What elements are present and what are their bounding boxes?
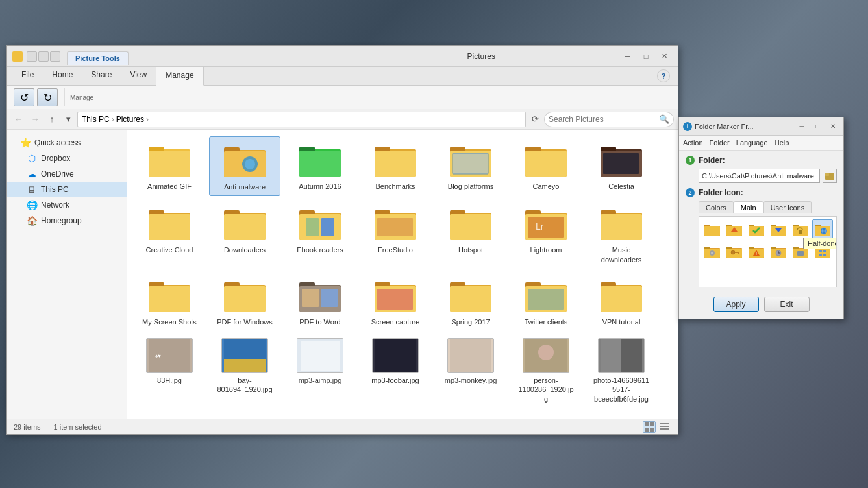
dialog-menu-action[interactable]: Action [683,137,703,149]
search-box[interactable]: 🔍 [544,112,674,127]
folder-twitter-clients[interactable]: Twitter clients [510,272,582,330]
svg-rect-93 [660,423,669,424]
tab-manage[interactable]: Manage [156,67,203,86]
ribbon-rotate-left[interactable]: ↺ [14,88,34,106]
minimize-button[interactable]: ─ [619,51,636,62]
ribbon-rotate-right[interactable]: ↻ [37,88,58,106]
tab-user-icons[interactable]: User Icons [763,201,812,214]
dialog-menu-help[interactable]: Help [775,137,789,149]
tab-share[interactable]: Share [82,67,121,85]
folder-downloaders[interactable]: Downloaders [209,200,280,268]
dialog-title-bar: i Folder Marker Fr... ─ □ ✕ [679,117,843,136]
browse-button[interactable] [823,169,837,183]
path-this-pc[interactable]: This PC [82,115,110,124]
tab-main[interactable]: Main [734,201,763,214]
folder-freestudio[interactable]: FreeStudio [360,200,431,268]
dialog-close-button[interactable]: ✕ [826,121,839,132]
file-photo[interactable]: photo-146609611 5517-bceecbfb6fde.jpg [586,334,657,408]
dialog-minimize-button[interactable]: ─ [795,121,808,132]
sidebar-item-quick-access[interactable]: ⭐ Quick access [7,135,127,151]
dialog-restore-button[interactable]: □ [811,121,824,132]
exit-button[interactable]: Exit [764,297,810,312]
icon-folder-clock[interactable] [768,241,789,262]
folder-blog-platforms[interactable]: Blog platforms [435,136,506,196]
folder-autumn-2016[interactable]: Autumn 2016 [284,136,356,196]
quick-access-toolbar-btn1[interactable] [27,51,37,62]
folder-lightroom[interactable]: Lr Lightroom [510,200,582,268]
details-view-button[interactable] [658,421,671,433]
folder-animated-gif[interactable]: Animated GIF [134,136,205,196]
recent-locations-button[interactable]: ▾ [62,113,75,126]
apply-button[interactable]: Apply [713,297,759,312]
path-pictures[interactable]: Pictures [116,115,144,124]
dialog-menu-language[interactable]: Language [736,137,768,149]
tab-view[interactable]: View [121,67,156,85]
icon-folder-orange[interactable] [702,219,723,240]
folder-celestia[interactable]: Celestia [586,136,657,196]
folder-benchmarks[interactable]: Benchmarks [360,136,431,196]
icon-folder-check[interactable] [746,219,767,240]
folder-icon-freestudio [372,204,419,243]
medium-icons-view-button[interactable] [643,421,656,433]
icon-folder-warning[interactable]: ! [746,241,767,262]
folder-pdf-for-windows[interactable]: PDF for Windows [209,272,280,330]
svg-rect-2 [149,151,190,177]
quick-access-toolbar-btn2[interactable] [38,51,49,62]
context-tab-picture-tools[interactable]: Picture Tools [67,51,129,65]
tab-home[interactable]: Home [43,67,82,85]
sidebar-item-this-pc[interactable]: 🖥 This PC [7,182,127,197]
folder-label: PDF for Windows [217,317,273,326]
file-mp3-aimp[interactable]: mp3-aimp.jpg [284,334,356,408]
folder-icon-spring-2017 [447,276,494,315]
folder-cameyo[interactable]: Cameyo [510,136,582,196]
folder-vpn-tutorial[interactable]: VPN tutorial [586,272,657,330]
forward-button[interactable]: → [28,112,42,127]
file-mp3-monkey[interactable]: mp3-monkey.jpg [435,334,506,408]
folder-icon-section-label: Folder Icon: [699,188,743,197]
sidebar-item-dropbox[interactable]: ⬡ Dropbox [7,151,127,166]
address-path[interactable]: This PC › Pictures › [77,112,526,127]
close-button[interactable]: ✕ [656,51,673,62]
tab-file[interactable]: File [12,67,43,85]
icon-folder-clock2[interactable] [790,241,811,262]
dialog-menu-folder[interactable]: Folder [710,137,730,149]
quick-access-icon: ⭐ [20,138,31,148]
folder-path-input[interactable] [699,169,820,183]
file-mp3-foobar[interactable]: mp3-foobar.jpg [360,334,431,408]
tab-colors[interactable]: Colors [699,201,734,214]
folder-pdf-to-word[interactable]: PDF to Word [284,272,356,330]
quick-access-toolbar-btn3[interactable] [50,51,60,62]
folder-screen-capture[interactable]: Screen capture [360,272,431,330]
search-input[interactable] [549,115,656,124]
folder-anti-malware[interactable]: Anti-malware [209,136,280,196]
icon-folder-key[interactable] [724,241,745,262]
help-button[interactable]: ? [657,69,670,82]
folder-ebook-readers[interactable]: Ebook readers [284,200,356,268]
icon-folder-grid[interactable] [812,241,833,262]
maximize-button[interactable]: □ [638,51,654,62]
folder-hotspot[interactable]: Hotspot [435,200,506,268]
svg-rect-115 [799,230,802,234]
sidebar-item-network[interactable]: 🌐 Network [7,197,127,213]
file-bay[interactable]: bay-801694_1920.jpg [209,334,280,408]
folder-my-screen-shots[interactable]: My Screen Shots [134,272,205,330]
svg-point-86 [538,345,554,360]
folder-music-downloaders[interactable]: Music downloaders [586,200,657,268]
folder-spring-2017[interactable]: Spring 2017 [435,272,506,330]
folder-icon-pdf-to-word [297,276,343,315]
sidebar-item-homegroup[interactable]: 🏠 Homegroup [7,213,127,228]
file-83h[interactable]: ♠♥ 83H.jpg [134,334,205,408]
icon-folder-arrow-up[interactable] [724,219,745,240]
svg-rect-13 [375,151,416,177]
file-person[interactable]: person-1100286_1920.jpg [510,334,582,408]
sidebar-item-onedrive[interactable]: ☁ OneDrive [7,166,127,182]
icon-folder-gear[interactable] [702,241,723,262]
back-button[interactable]: ← [11,112,25,127]
icon-folder-lock[interactable] [790,219,811,240]
icon-folder-arrow-down[interactable] [768,219,789,240]
icon-folder-globe[interactable] [812,219,833,240]
file-label: photo-146609611 5517-bceecbfb6fde.jpg [592,376,651,404]
up-button[interactable]: ↑ [45,112,59,127]
folder-creative-cloud[interactable]: Creative Cloud [134,200,205,268]
refresh-button[interactable]: ⟳ [528,113,541,126]
